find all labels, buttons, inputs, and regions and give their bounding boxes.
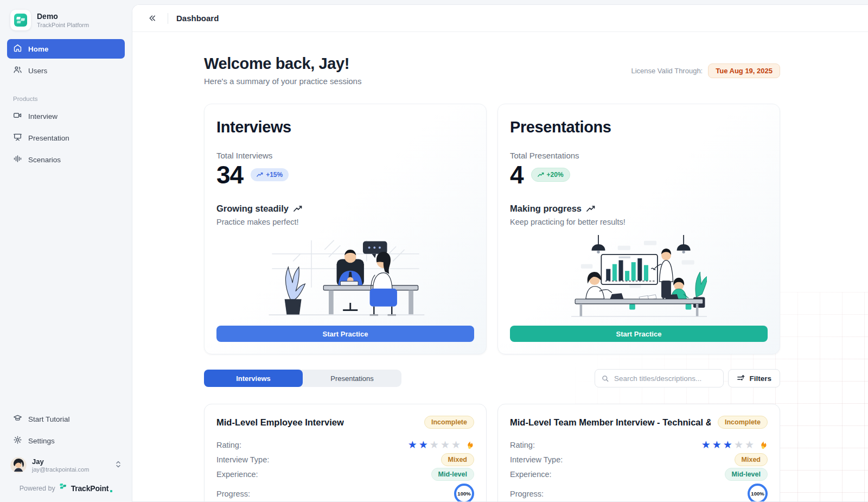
tab-interviews[interactable]: Interviews xyxy=(204,370,303,387)
progress-label: Progress: xyxy=(510,490,544,498)
sidebar-item-home[interactable]: Home xyxy=(7,39,125,59)
sidebar-item-label: Interview xyxy=(28,112,58,120)
delta-badge: +20% xyxy=(531,168,570,182)
interview-illustration xyxy=(216,226,474,326)
rating-label: Rating: xyxy=(216,441,241,449)
progress-ring: 100% xyxy=(748,484,768,502)
trend-subtitle: Practice makes perfect! xyxy=(216,218,474,226)
users-icon xyxy=(13,65,22,76)
brand-dot xyxy=(110,490,112,492)
star-icon: ★ xyxy=(701,440,711,450)
sidebar-item-scenarios[interactable]: Scenarios xyxy=(7,150,125,169)
trend-up-icon xyxy=(257,171,263,178)
status-badge: Incomplete xyxy=(718,416,768,429)
sidebar-item-label: Start Tutorial xyxy=(28,415,70,423)
star-icon: ★ xyxy=(441,440,450,450)
workspace-brand: Demo TrackPoint Platform xyxy=(7,9,125,39)
platform-name: TrackPoint Platform xyxy=(37,22,89,28)
experience-label: Experience: xyxy=(216,470,258,479)
presentations-summary-card: Presentations Total Presentations 4 +20%… xyxy=(497,104,780,354)
search-icon xyxy=(602,374,609,383)
progress-ring: 100% xyxy=(454,484,474,502)
search-input[interactable] xyxy=(614,374,717,383)
flame-icon xyxy=(465,440,474,449)
star-icon: ★ xyxy=(723,440,732,450)
sidebar-item-label: Scenarios xyxy=(28,156,61,164)
total-interviews-value: 34 xyxy=(216,162,243,187)
welcome-subtitle: Here's a summary of your practice sessio… xyxy=(204,77,361,86)
session-card[interactable]: Mid-Level Employee Interview Incomplete … xyxy=(204,404,487,502)
trend-up-icon xyxy=(538,171,544,178)
sidebar-item-label: Users xyxy=(28,67,47,75)
user-menu[interactable]: Jay jay@trackpointai.com xyxy=(7,453,125,478)
trend-up-icon xyxy=(293,205,302,213)
star-rating: ★★★★★ xyxy=(701,440,768,450)
star-icon: ★ xyxy=(734,440,743,450)
sidebar-item-label: Home xyxy=(28,45,49,53)
sidebar-item-settings[interactable]: Settings xyxy=(7,431,125,450)
license-label: License Valid Through: xyxy=(631,67,703,75)
stat-label: Total Presentations xyxy=(510,151,768,160)
graduation-cap-icon xyxy=(13,414,22,424)
star-icon: ★ xyxy=(451,440,461,450)
session-title: Mid-Level Employee Interview xyxy=(216,417,344,428)
start-practice-interviews-button[interactable]: Start Practice xyxy=(216,326,474,342)
star-icon: ★ xyxy=(419,440,428,450)
license-info: License Valid Through: Tue Aug 19, 2025 xyxy=(631,63,780,78)
chevron-up-down-icon[interactable] xyxy=(115,460,122,471)
video-camera-icon xyxy=(13,111,22,122)
interview-type-label: Interview Type: xyxy=(216,455,269,464)
star-icon: ★ xyxy=(712,440,722,450)
sidebar: Demo TrackPoint Platform Home Users Prod… xyxy=(0,0,132,502)
stat-label: Total Interviews xyxy=(216,151,474,160)
page-title: Dashboard xyxy=(176,14,219,23)
filters-button[interactable]: Filters xyxy=(728,369,780,387)
rating-label: Rating: xyxy=(510,441,535,449)
avatar xyxy=(10,457,27,473)
powered-by-brand: TrackPoint xyxy=(71,484,109,493)
topbar-divider xyxy=(168,13,168,24)
sidebar-item-users[interactable]: Users xyxy=(7,61,125,80)
progress-label: Progress: xyxy=(216,490,250,498)
filter-icon xyxy=(737,374,745,382)
trend-title: Growing steadily xyxy=(216,204,289,214)
session-title: Mid-Level Team Member Interview - Techni… xyxy=(510,417,711,428)
trackpoint-logo-icon xyxy=(10,10,31,30)
star-icon: ★ xyxy=(408,440,417,450)
powered-by-footer: Powered by TrackPoint xyxy=(7,478,125,494)
sidebar-item-start-tutorial[interactable]: Start Tutorial xyxy=(7,409,125,429)
delta-badge: +15% xyxy=(251,168,289,181)
presentation-illustration xyxy=(510,226,768,326)
experience-label: Experience: xyxy=(510,470,552,479)
tab-presentations[interactable]: Presentations xyxy=(303,370,401,387)
trend-title: Making progress xyxy=(510,204,582,214)
products-section-label: Products xyxy=(7,96,125,102)
star-rating: ★★★★★ xyxy=(408,440,474,450)
star-icon: ★ xyxy=(745,440,754,450)
start-practice-presentations-button[interactable]: Start Practice xyxy=(510,326,768,342)
sidebar-item-interview[interactable]: Interview xyxy=(7,106,125,126)
card-title: Presentations xyxy=(510,118,768,136)
trend-subtitle: Keep practicing for better results! xyxy=(510,218,768,226)
experience-badge: Mid-level xyxy=(431,468,475,481)
sidebar-item-presentation[interactable]: Presentation xyxy=(7,128,125,148)
interview-type-badge: Mixed xyxy=(735,453,768,466)
presentation-screen-icon xyxy=(13,132,22,143)
user-email: jay@trackpointai.com xyxy=(32,466,89,473)
card-title: Interviews xyxy=(216,118,474,136)
session-type-tabs: Interviews Presentations xyxy=(204,370,401,387)
flame-icon xyxy=(759,440,768,449)
trackpoint-mini-logo-icon xyxy=(59,483,67,493)
waveform-icon xyxy=(13,154,22,165)
search-box[interactable] xyxy=(595,369,724,387)
star-icon: ★ xyxy=(430,440,439,450)
gear-icon xyxy=(13,435,22,446)
experience-badge: Mid-level xyxy=(725,468,768,481)
interviews-summary-card: Interviews Total Interviews 34 +15% Grow… xyxy=(204,104,487,354)
trend-up-icon xyxy=(586,205,595,213)
session-card[interactable]: Mid-Level Team Member Interview - Techni… xyxy=(497,404,780,502)
powered-by-label: Powered by xyxy=(20,485,55,492)
collapse-sidebar-button[interactable] xyxy=(144,11,159,26)
interview-type-badge: Mixed xyxy=(441,453,474,466)
topbar: Dashboard xyxy=(132,5,868,32)
